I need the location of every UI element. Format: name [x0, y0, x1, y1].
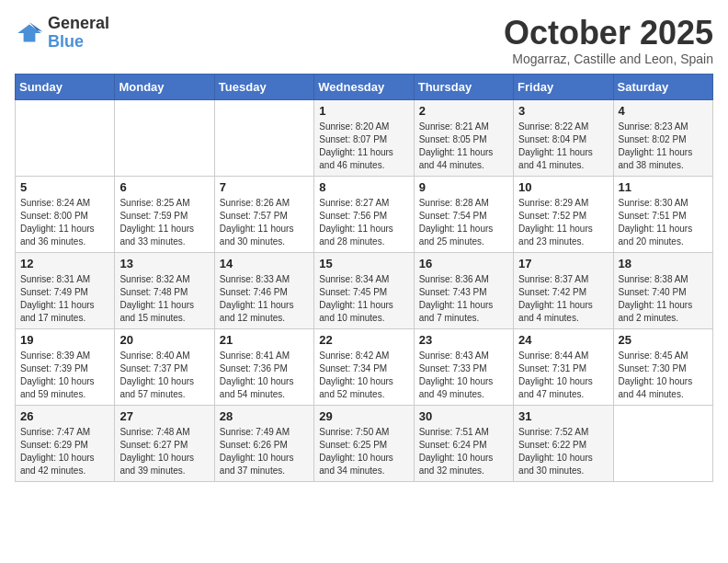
calendar-cell: 12Sunrise: 8:31 AM Sunset: 7:49 PM Dayli… [16, 252, 115, 328]
day-info: Sunrise: 8:37 AM Sunset: 7:42 PM Dayligh… [518, 273, 608, 325]
calendar-cell: 27Sunrise: 7:48 AM Sunset: 6:27 PM Dayli… [115, 405, 214, 481]
day-info: Sunrise: 8:31 AM Sunset: 7:49 PM Dayligh… [20, 273, 109, 325]
day-number: 16 [419, 257, 508, 270]
day-number: 14 [220, 257, 309, 270]
calendar-cell: 21Sunrise: 8:41 AM Sunset: 7:36 PM Dayli… [214, 328, 313, 405]
weekday-header-sunday: Sunday [16, 74, 115, 99]
day-number: 19 [20, 333, 109, 347]
month-title: October 2025 [504, 15, 713, 52]
day-info: Sunrise: 8:20 AM Sunset: 8:07 PM Dayligh… [319, 121, 408, 172]
day-info: Sunrise: 7:48 AM Sunset: 6:27 PM Dayligh… [119, 426, 209, 477]
day-info: Sunrise: 8:24 AM Sunset: 8:00 PM Dayligh… [20, 197, 109, 248]
day-info: Sunrise: 8:26 AM Sunset: 7:57 PM Dayligh… [220, 197, 309, 248]
calendar-cell: 14Sunrise: 8:33 AM Sunset: 7:46 PM Dayli… [214, 252, 313, 328]
weekday-header-friday: Friday [514, 74, 613, 99]
calendar-cell: 11Sunrise: 8:30 AM Sunset: 7:51 PM Dayli… [613, 176, 712, 252]
title-block: October 2025 Mogarraz, Castille and Leon… [504, 15, 713, 66]
calendar-cell: 29Sunrise: 7:50 AM Sunset: 6:25 PM Dayli… [314, 405, 414, 481]
day-number: 18 [619, 257, 708, 270]
day-info: Sunrise: 8:28 AM Sunset: 7:54 PM Dayligh… [419, 197, 508, 248]
day-number: 3 [518, 104, 608, 118]
day-number: 24 [518, 333, 608, 347]
day-number: 30 [419, 409, 508, 423]
calendar-cell: 5Sunrise: 8:24 AM Sunset: 8:00 PM Daylig… [16, 176, 115, 252]
day-number: 5 [20, 180, 109, 194]
day-info: Sunrise: 8:34 AM Sunset: 7:45 PM Dayligh… [319, 273, 408, 325]
calendar-week-3: 12Sunrise: 8:31 AM Sunset: 7:49 PM Dayli… [16, 252, 713, 328]
day-info: Sunrise: 8:25 AM Sunset: 7:59 PM Dayligh… [119, 197, 209, 248]
svg-marker-0 [17, 24, 41, 41]
day-number: 2 [419, 104, 508, 118]
calendar-cell [16, 99, 115, 176]
calendar-cell: 19Sunrise: 8:39 AM Sunset: 7:39 PM Dayli… [16, 328, 115, 405]
day-info: Sunrise: 7:52 AM Sunset: 6:22 PM Dayligh… [518, 426, 608, 477]
day-info: Sunrise: 8:33 AM Sunset: 7:46 PM Dayligh… [220, 273, 309, 325]
day-info: Sunrise: 8:36 AM Sunset: 7:43 PM Dayligh… [419, 273, 508, 325]
day-number: 27 [119, 409, 209, 423]
day-number: 11 [619, 180, 708, 194]
logo-icon [15, 18, 44, 48]
calendar-cell: 1Sunrise: 8:20 AM Sunset: 8:07 PM Daylig… [314, 99, 414, 176]
calendar-cell [613, 405, 712, 481]
calendar-cell: 31Sunrise: 7:52 AM Sunset: 6:22 PM Dayli… [514, 405, 613, 481]
calendar-header-row: SundayMondayTuesdayWednesdayThursdayFrid… [16, 74, 713, 99]
calendar-cell: 23Sunrise: 8:43 AM Sunset: 7:33 PM Dayli… [414, 328, 513, 405]
day-info: Sunrise: 8:41 AM Sunset: 7:36 PM Dayligh… [220, 350, 309, 401]
calendar-week-4: 19Sunrise: 8:39 AM Sunset: 7:39 PM Dayli… [16, 328, 713, 405]
calendar-cell: 7Sunrise: 8:26 AM Sunset: 7:57 PM Daylig… [214, 176, 313, 252]
calendar-cell: 28Sunrise: 7:49 AM Sunset: 6:26 PM Dayli… [214, 405, 313, 481]
day-number: 13 [119, 257, 209, 270]
day-info: Sunrise: 8:38 AM Sunset: 7:40 PM Dayligh… [619, 273, 708, 325]
day-number: 12 [20, 257, 109, 270]
weekday-header-tuesday: Tuesday [214, 74, 313, 99]
day-number: 4 [619, 104, 708, 118]
day-number: 31 [518, 409, 608, 423]
calendar-cell: 24Sunrise: 8:44 AM Sunset: 7:31 PM Dayli… [514, 328, 613, 405]
calendar-cell: 10Sunrise: 8:29 AM Sunset: 7:52 PM Dayli… [514, 176, 613, 252]
calendar-cell: 3Sunrise: 8:22 AM Sunset: 8:04 PM Daylig… [514, 99, 613, 176]
weekday-header-wednesday: Wednesday [314, 74, 414, 99]
calendar-cell: 25Sunrise: 8:45 AM Sunset: 7:30 PM Dayli… [613, 328, 712, 405]
day-number: 1 [319, 104, 408, 118]
day-number: 6 [119, 180, 209, 194]
day-number: 8 [319, 180, 408, 194]
day-number: 17 [518, 257, 608, 270]
day-number: 25 [619, 333, 708, 347]
logo: General Blue [15, 15, 109, 52]
page-header: General Blue October 2025 Mogarraz, Cast… [15, 15, 713, 66]
day-number: 21 [220, 333, 309, 347]
day-info: Sunrise: 8:27 AM Sunset: 7:56 PM Dayligh… [319, 197, 408, 248]
day-info: Sunrise: 8:44 AM Sunset: 7:31 PM Dayligh… [518, 350, 608, 401]
day-info: Sunrise: 7:51 AM Sunset: 6:24 PM Dayligh… [419, 426, 508, 477]
day-number: 20 [119, 333, 209, 347]
calendar-week-2: 5Sunrise: 8:24 AM Sunset: 8:00 PM Daylig… [16, 176, 713, 252]
calendar-cell: 9Sunrise: 8:28 AM Sunset: 7:54 PM Daylig… [414, 176, 513, 252]
calendar-week-5: 26Sunrise: 7:47 AM Sunset: 6:29 PM Dayli… [16, 405, 713, 481]
calendar-cell: 16Sunrise: 8:36 AM Sunset: 7:43 PM Dayli… [414, 252, 513, 328]
day-info: Sunrise: 8:23 AM Sunset: 8:02 PM Dayligh… [619, 121, 708, 172]
day-number: 22 [319, 333, 408, 347]
day-info: Sunrise: 8:30 AM Sunset: 7:51 PM Dayligh… [619, 197, 708, 248]
calendar-cell: 30Sunrise: 7:51 AM Sunset: 6:24 PM Dayli… [414, 405, 513, 481]
logo-text: General Blue [48, 15, 109, 52]
day-info: Sunrise: 8:45 AM Sunset: 7:30 PM Dayligh… [619, 350, 708, 401]
day-number: 10 [518, 180, 608, 194]
day-info: Sunrise: 8:29 AM Sunset: 7:52 PM Dayligh… [518, 197, 608, 248]
calendar-cell: 17Sunrise: 8:37 AM Sunset: 7:42 PM Dayli… [514, 252, 613, 328]
calendar-cell: 15Sunrise: 8:34 AM Sunset: 7:45 PM Dayli… [314, 252, 414, 328]
day-info: Sunrise: 8:22 AM Sunset: 8:04 PM Dayligh… [518, 121, 608, 172]
calendar-cell: 22Sunrise: 8:42 AM Sunset: 7:34 PM Dayli… [314, 328, 414, 405]
calendar-cell: 2Sunrise: 8:21 AM Sunset: 8:05 PM Daylig… [414, 99, 513, 176]
day-info: Sunrise: 8:39 AM Sunset: 7:39 PM Dayligh… [20, 350, 109, 401]
day-info: Sunrise: 8:43 AM Sunset: 7:33 PM Dayligh… [419, 350, 508, 401]
calendar-body: 1Sunrise: 8:20 AM Sunset: 8:07 PM Daylig… [16, 99, 713, 481]
day-info: Sunrise: 7:47 AM Sunset: 6:29 PM Dayligh… [20, 426, 109, 477]
calendar-table: SundayMondayTuesdayWednesdayThursdayFrid… [15, 74, 713, 482]
calendar-cell: 8Sunrise: 8:27 AM Sunset: 7:56 PM Daylig… [314, 176, 414, 252]
day-number: 9 [419, 180, 508, 194]
day-number: 15 [319, 257, 408, 270]
calendar-cell [214, 99, 313, 176]
calendar-cell: 26Sunrise: 7:47 AM Sunset: 6:29 PM Dayli… [16, 405, 115, 481]
location: Mogarraz, Castille and Leon, Spain [504, 52, 713, 66]
day-number: 7 [220, 180, 309, 194]
